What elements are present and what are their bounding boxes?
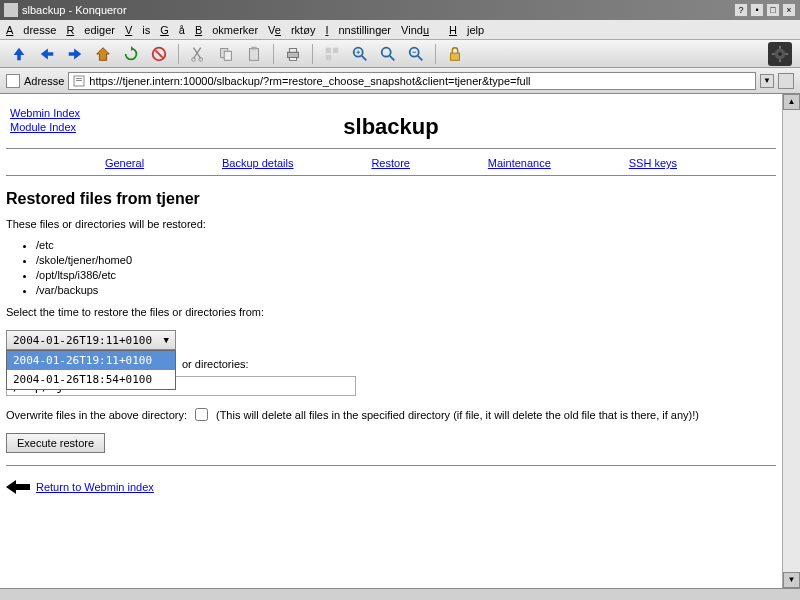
scroll-up-button[interactable]: ▲ bbox=[783, 94, 800, 110]
scroll-track[interactable] bbox=[783, 110, 800, 572]
menu-vindu[interactable]: Vindu bbox=[401, 24, 439, 36]
menu-vis[interactable]: Vis bbox=[125, 24, 150, 36]
window-title: slbackup - Konqueror bbox=[22, 4, 127, 16]
zoom-in-button[interactable] bbox=[349, 43, 371, 65]
intro-text: These files or directories will be resto… bbox=[6, 218, 776, 230]
zoom-reset-button[interactable] bbox=[377, 43, 399, 65]
svg-rect-12 bbox=[333, 47, 338, 52]
status-bar bbox=[0, 588, 800, 600]
dropdown-arrow-icon: ▼ bbox=[164, 335, 169, 345]
svg-line-1 bbox=[155, 50, 162, 57]
file-item: /etc bbox=[36, 238, 776, 253]
close-window-button[interactable]: × bbox=[782, 3, 796, 17]
scroll-down-button[interactable]: ▼ bbox=[783, 572, 800, 588]
tabs-row: General Backup details Restore Maintenan… bbox=[6, 155, 776, 176]
toolbar bbox=[0, 40, 800, 68]
svg-rect-26 bbox=[779, 45, 781, 48]
svg-line-19 bbox=[390, 55, 395, 60]
webmin-index-link[interactable]: Webmin Index bbox=[10, 107, 80, 119]
menu-verktoy[interactable]: Verktøy bbox=[268, 24, 315, 36]
file-list: /etc /skole/tjener/home0 /opt/ltsp/i386/… bbox=[6, 238, 776, 298]
cut-button[interactable] bbox=[187, 43, 209, 65]
svg-rect-8 bbox=[288, 52, 299, 57]
svg-rect-27 bbox=[779, 59, 781, 62]
svg-rect-10 bbox=[289, 57, 296, 60]
snapshot-select[interactable]: 2004-01-26T19:11+0100 ▼ bbox=[6, 330, 176, 350]
url-text: https://tjener.intern:10000/slbackup/?rm… bbox=[89, 75, 530, 87]
menu-ga[interactable]: Gå bbox=[160, 24, 185, 36]
url-bar: Adresse https://tjener.intern:10000/slba… bbox=[0, 68, 800, 94]
return-webmin-link[interactable]: Return to Webmin index bbox=[36, 481, 154, 493]
select-time-label: Select the time to restore the files or … bbox=[6, 306, 776, 318]
app-icon bbox=[4, 3, 18, 17]
konqueror-throbber-icon bbox=[768, 42, 792, 66]
file-item: /skole/tjener/home0 bbox=[36, 253, 776, 268]
svg-rect-9 bbox=[289, 48, 296, 52]
zoom-out-button[interactable] bbox=[405, 43, 427, 65]
tab-ssh-keys[interactable]: SSH keys bbox=[629, 157, 677, 169]
tab-general[interactable]: General bbox=[105, 157, 144, 169]
destination-label-fragment: or directories: bbox=[182, 358, 776, 370]
help-window-button[interactable]: ? bbox=[734, 3, 748, 17]
snapshot-option[interactable]: 2004-01-26T19:11+0100 bbox=[7, 351, 175, 370]
section-heading: Restored files from tjener bbox=[6, 190, 776, 208]
copy-button[interactable] bbox=[215, 43, 237, 65]
module-index-link[interactable]: Module Index bbox=[10, 121, 76, 133]
menu-adresse[interactable]: Adresse bbox=[6, 24, 56, 36]
page-title: slbackup bbox=[6, 114, 776, 140]
menu-rediger[interactable]: Rediger bbox=[66, 24, 115, 36]
url-input[interactable]: https://tjener.intern:10000/slbackup/?rm… bbox=[68, 72, 756, 90]
up-button[interactable] bbox=[8, 43, 30, 65]
vertical-scrollbar[interactable]: ▲ ▼ bbox=[782, 94, 800, 588]
url-go-button[interactable] bbox=[778, 73, 794, 89]
svg-rect-5 bbox=[224, 51, 231, 60]
maximize-window-button[interactable]: □ bbox=[766, 3, 780, 17]
svg-rect-7 bbox=[251, 46, 256, 49]
file-item: /opt/ltsp/i386/etc bbox=[36, 268, 776, 283]
snapshot-option[interactable]: 2004-01-26T18:54+0100 bbox=[7, 370, 175, 389]
file-item: /var/backups bbox=[36, 283, 776, 298]
tab-maintenance[interactable]: Maintenance bbox=[488, 157, 551, 169]
overwrite-label-before: Overwrite files in the above directory: bbox=[6, 408, 187, 423]
page-icon bbox=[73, 75, 85, 87]
back-button[interactable] bbox=[36, 43, 58, 65]
security-lock-icon[interactable] bbox=[444, 43, 466, 65]
svg-rect-11 bbox=[326, 47, 331, 52]
print-button[interactable] bbox=[282, 43, 304, 65]
clear-url-icon[interactable] bbox=[6, 74, 20, 88]
tab-restore[interactable]: Restore bbox=[371, 157, 410, 169]
view-button[interactable] bbox=[321, 43, 343, 65]
snapshot-dropdown-list: 2004-01-26T19:11+0100 2004-01-26T18:54+0… bbox=[6, 350, 176, 390]
menu-hjelp[interactable]: Hjelp bbox=[449, 24, 484, 36]
svg-rect-13 bbox=[326, 54, 331, 59]
svg-line-15 bbox=[362, 55, 367, 60]
svg-rect-23 bbox=[451, 53, 460, 60]
overwrite-label-after: (This will delete all files in the speci… bbox=[216, 408, 776, 423]
svg-point-18 bbox=[382, 47, 391, 56]
url-label: Adresse bbox=[24, 75, 64, 87]
svg-line-21 bbox=[418, 55, 423, 60]
overwrite-checkbox[interactable] bbox=[195, 408, 208, 421]
menu-innstillinger[interactable]: Innstillinger bbox=[325, 24, 391, 36]
menubar: Adresse Rediger Vis Gå Bokmerker Verktøy… bbox=[0, 20, 800, 40]
stop-button[interactable] bbox=[148, 43, 170, 65]
execute-restore-button[interactable]: Execute restore bbox=[6, 433, 105, 453]
forward-button[interactable] bbox=[64, 43, 86, 65]
minimize-window-button[interactable]: • bbox=[750, 3, 764, 17]
page-content: Webmin Index Module Index slbackup Gener… bbox=[0, 94, 782, 588]
menu-bokmerker[interactable]: Bokmerker bbox=[195, 24, 258, 36]
svg-rect-28 bbox=[772, 53, 775, 55]
snapshot-selected-value: 2004-01-26T19:11+0100 bbox=[13, 334, 152, 347]
svg-rect-31 bbox=[76, 78, 82, 79]
svg-rect-29 bbox=[785, 53, 788, 55]
home-button[interactable] bbox=[92, 43, 114, 65]
back-arrow-icon bbox=[6, 480, 30, 494]
window-titlebar: slbackup - Konqueror ? • □ × bbox=[0, 0, 800, 20]
paste-button[interactable] bbox=[243, 43, 265, 65]
tab-backup-details[interactable]: Backup details bbox=[222, 157, 294, 169]
svg-rect-6 bbox=[250, 48, 259, 60]
svg-point-25 bbox=[778, 52, 782, 56]
url-dropdown-button[interactable]: ▼ bbox=[760, 74, 774, 88]
svg-rect-32 bbox=[76, 80, 82, 81]
reload-button[interactable] bbox=[120, 43, 142, 65]
